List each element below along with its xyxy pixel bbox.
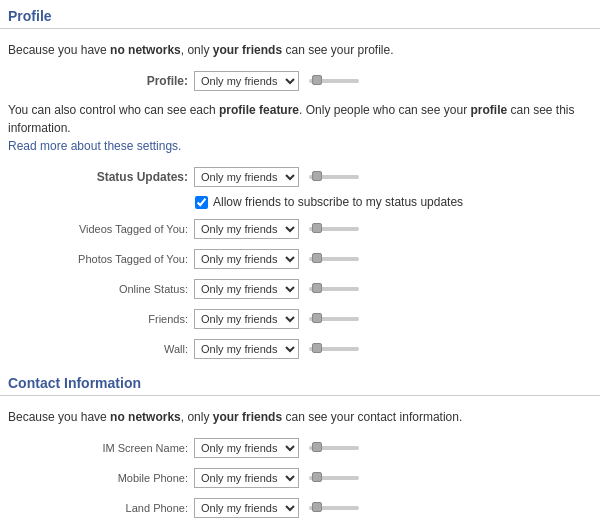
photos-slider	[309, 257, 359, 261]
land-slider	[309, 506, 359, 510]
photos-dropdown[interactable]: Only my friends Everyone Only me	[194, 249, 299, 269]
videos-dropdown-wrap: Only my friends Everyone Only me	[194, 219, 359, 239]
profile-field-row: Profile: Only my friends Everyone Only m…	[0, 67, 600, 95]
im-label: IM Screen Name:	[8, 442, 188, 454]
subscribe-checkbox-row: Allow friends to subscribe to my status …	[0, 193, 600, 215]
profile-slider	[309, 79, 359, 83]
videos-row: Videos Tagged of You: Only my friends Ev…	[0, 215, 600, 243]
wall-slider	[309, 347, 359, 351]
profile-section: Profile Because you have no networks, on…	[0, 0, 600, 363]
im-dropdown-wrap: Only my friends Everyone Only me	[194, 438, 359, 458]
land-row: Land Phone: Only my friends Everyone Onl…	[0, 494, 600, 522]
online-status-row: Online Status: Only my friends Everyone …	[0, 275, 600, 303]
mobile-slider-thumb	[312, 472, 322, 482]
status-updates-label: Status Updates:	[8, 170, 188, 184]
profile-label: Profile:	[8, 74, 188, 88]
profile-dropdown-wrap: Only my friends Everyone Only me	[194, 71, 359, 91]
wall-slider-thumb	[312, 343, 322, 353]
mobile-dropdown[interactable]: Only my friends Everyone Only me	[194, 468, 299, 488]
status-slider	[309, 175, 359, 179]
wall-dropdown[interactable]: Only my friends Everyone Only me	[194, 339, 299, 359]
videos-slider-thumb	[312, 223, 322, 233]
mobile-dropdown-wrap: Only my friends Everyone Only me	[194, 468, 359, 488]
subscribe-checkbox[interactable]	[195, 196, 208, 209]
status-updates-dropdown[interactable]: Only my friends Everyone Only me	[194, 167, 299, 187]
contact-section: Contact Information Because you have no …	[0, 367, 600, 523]
im-dropdown[interactable]: Only my friends Everyone Only me	[194, 438, 299, 458]
subscribe-label: Allow friends to subscribe to my status …	[213, 195, 463, 209]
friends-label: Friends:	[8, 313, 188, 325]
videos-slider	[309, 227, 359, 231]
read-more-link[interactable]: Read more about these settings.	[8, 139, 181, 153]
profile-feature-info: You can also control who can see each pr…	[0, 97, 600, 163]
friends-slider	[309, 317, 359, 321]
mobile-label: Mobile Phone:	[8, 472, 188, 484]
mobile-slider	[309, 476, 359, 480]
profile-slider-thumb	[312, 75, 322, 85]
im-row: IM Screen Name: Only my friends Everyone…	[0, 434, 600, 462]
land-label: Land Phone:	[8, 502, 188, 514]
online-status-dropdown[interactable]: Only my friends Everyone Only me	[194, 279, 299, 299]
mobile-row: Mobile Phone: Only my friends Everyone O…	[0, 464, 600, 492]
online-slider	[309, 287, 359, 291]
videos-dropdown[interactable]: Only my friends Everyone Only me	[194, 219, 299, 239]
online-slider-thumb	[312, 283, 322, 293]
status-slider-thumb	[312, 171, 322, 181]
wall-label: Wall:	[8, 343, 188, 355]
friends-row: Friends: Only my friends Everyone Only m…	[0, 305, 600, 333]
online-dropdown-wrap: Only my friends Everyone Only me	[194, 279, 359, 299]
status-updates-row: Status Updates: Only my friends Everyone…	[0, 163, 600, 191]
profile-section-title: Profile	[0, 0, 600, 29]
photos-row: Photos Tagged of You: Only my friends Ev…	[0, 245, 600, 273]
im-slider-thumb	[312, 442, 322, 452]
online-status-label: Online Status:	[8, 283, 188, 295]
profile-networks-info: Because you have no networks, only your …	[0, 37, 600, 67]
contact-section-title: Contact Information	[0, 367, 600, 396]
land-dropdown-wrap: Only my friends Everyone Only me	[194, 498, 359, 518]
land-dropdown[interactable]: Only my friends Everyone Only me	[194, 498, 299, 518]
land-slider-thumb	[312, 502, 322, 512]
status-dropdown-wrap: Only my friends Everyone Only me	[194, 167, 359, 187]
videos-label: Videos Tagged of You:	[8, 223, 188, 235]
wall-row: Wall: Only my friends Everyone Only me	[0, 335, 600, 363]
contact-networks-info: Because you have no networks, only your …	[0, 404, 600, 434]
friends-dropdown-wrap: Only my friends Everyone Only me	[194, 309, 359, 329]
im-slider	[309, 446, 359, 450]
friends-slider-thumb	[312, 313, 322, 323]
photos-label: Photos Tagged of You:	[8, 253, 188, 265]
profile-dropdown[interactable]: Only my friends Everyone Only me	[194, 71, 299, 91]
photos-slider-thumb	[312, 253, 322, 263]
wall-dropdown-wrap: Only my friends Everyone Only me	[194, 339, 359, 359]
friends-dropdown[interactable]: Only my friends Everyone Only me	[194, 309, 299, 329]
photos-dropdown-wrap: Only my friends Everyone Only me	[194, 249, 359, 269]
